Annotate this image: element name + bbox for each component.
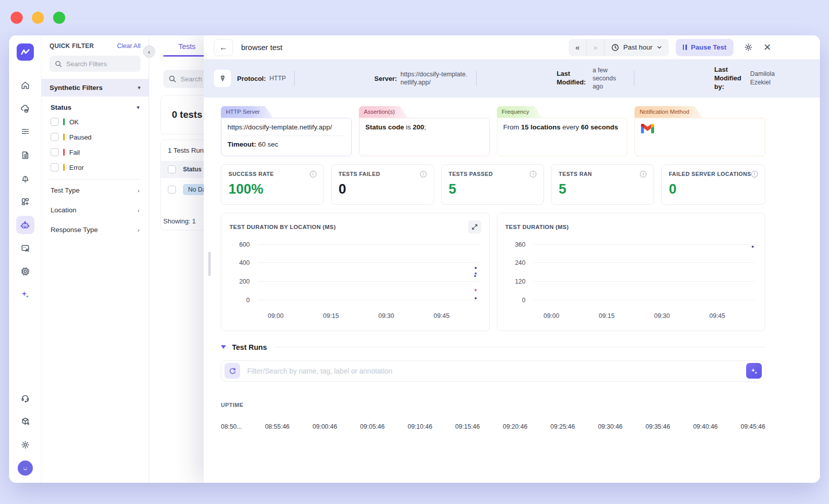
assertions-card: Assertion(s) Status code is 200; bbox=[359, 106, 490, 156]
processors-icon[interactable] bbox=[16, 262, 34, 281]
synthetic-monitoring-icon[interactable] bbox=[16, 216, 34, 234]
status-option-label: Paused bbox=[69, 133, 91, 141]
plot-area[interactable]: 0120240360 bbox=[534, 245, 755, 300]
chevron-right-icon: › bbox=[137, 188, 140, 194]
test-detail-panel: ← browser test « » Past hour Paus bbox=[204, 35, 820, 483]
server-value: https://docsify-template.netlify.app/ bbox=[400, 70, 468, 87]
settings-gear-icon[interactable] bbox=[744, 42, 753, 52]
server-group: Server: https://docsify-template.netlify… bbox=[375, 70, 477, 87]
checkbox[interactable] bbox=[51, 118, 59, 126]
y-axis-tick: 200 bbox=[239, 278, 250, 285]
data-point[interactable] bbox=[474, 275, 476, 277]
clear-all-link[interactable]: Clear All bbox=[117, 42, 141, 50]
last-modified-value: a few seconds ago bbox=[592, 66, 626, 91]
last-modified-by-group: Last Modified by: Damilola Ezekiel bbox=[714, 66, 777, 91]
info-icon[interactable]: i bbox=[420, 171, 427, 177]
runs-filter-input[interactable] bbox=[247, 367, 746, 375]
uptime-timestamp: 09:10:46 bbox=[407, 423, 432, 430]
profile-avatar[interactable] bbox=[18, 461, 33, 476]
y-axis-tick: 240 bbox=[515, 259, 526, 266]
test-type-group[interactable]: Test Type › bbox=[50, 180, 141, 200]
chevron-down-icon: ▾ bbox=[136, 104, 140, 111]
test-runs-section-header[interactable]: Test Runs bbox=[221, 343, 765, 351]
previous-range-button[interactable]: « bbox=[569, 39, 586, 56]
back-button[interactable]: ← bbox=[214, 39, 233, 56]
refresh-sparkle-icon[interactable] bbox=[224, 363, 240, 379]
response-type-group[interactable]: Response Type › bbox=[50, 220, 141, 240]
status-option-ok[interactable]: OK bbox=[50, 114, 141, 129]
middleware-logo[interactable] bbox=[17, 43, 34, 61]
checkbox[interactable] bbox=[51, 133, 59, 141]
x-axis-tick: 09:45 bbox=[434, 312, 449, 319]
infrastructure-icon[interactable] bbox=[16, 100, 34, 118]
ai-sparkles-button[interactable] bbox=[746, 363, 762, 379]
runs-filter-bar[interactable] bbox=[221, 360, 765, 382]
reports-icon[interactable] bbox=[16, 146, 34, 164]
scrollbar-thumb[interactable] bbox=[208, 252, 211, 276]
logs-icon[interactable] bbox=[16, 123, 34, 141]
http-server-url: https://docsify-template.netlify.app/ bbox=[227, 123, 345, 131]
plot-area[interactable]: 0200400600 bbox=[258, 245, 479, 300]
home-icon[interactable] bbox=[16, 76, 34, 95]
x-axis-tick: 09:15 bbox=[323, 312, 339, 319]
select-all-checkbox[interactable] bbox=[168, 165, 176, 173]
status-option-error[interactable]: Error bbox=[50, 160, 141, 175]
info-icon[interactable]: i bbox=[530, 171, 536, 177]
time-range-dropdown[interactable]: Past hour bbox=[605, 39, 669, 56]
pause-test-label: Pause Test bbox=[691, 43, 726, 51]
http-server-card: HTTP Server https://docsify-template.net… bbox=[221, 106, 352, 156]
status-group-header[interactable]: Status ▾ bbox=[50, 97, 141, 114]
x-axis-tick: 09:30 bbox=[654, 312, 670, 319]
support-icon[interactable] bbox=[16, 389, 34, 407]
y-axis-tick: 600 bbox=[239, 241, 250, 248]
status-option-fail[interactable]: Fail bbox=[50, 145, 141, 160]
synthetic-filters-section[interactable]: Synthetic Filters ▾ bbox=[41, 79, 149, 97]
last-modified-group: Last Modified: a few seconds ago bbox=[557, 66, 634, 91]
uptime-timestamp: 09:40:46 bbox=[693, 423, 718, 430]
data-point[interactable] bbox=[752, 246, 754, 248]
checkbox[interactable] bbox=[51, 163, 59, 171]
window-close-light[interactable] bbox=[11, 12, 23, 24]
window-zoom-light[interactable] bbox=[53, 12, 65, 24]
stat-value: 0 bbox=[339, 181, 427, 197]
status-color-bar bbox=[63, 133, 65, 141]
data-point[interactable] bbox=[475, 297, 477, 299]
pause-test-button[interactable]: Pause Test bbox=[676, 39, 733, 56]
search-icon bbox=[55, 60, 62, 68]
protocol-value: HTTP bbox=[269, 74, 286, 82]
filter-search-box[interactable] bbox=[50, 56, 141, 72]
row-checkbox[interactable] bbox=[168, 186, 176, 194]
dashboards-icon[interactable] bbox=[16, 193, 34, 211]
uptime-timestamp: 09:45:46 bbox=[741, 423, 765, 430]
info-icon[interactable]: i bbox=[310, 171, 316, 177]
location-group[interactable]: Location › bbox=[50, 200, 141, 220]
window-minimize-light[interactable] bbox=[32, 12, 44, 24]
response-type-label: Response Type bbox=[51, 226, 98, 234]
data-point[interactable] bbox=[475, 289, 477, 291]
checkbox[interactable] bbox=[51, 148, 59, 156]
test-title: browser test bbox=[241, 43, 283, 52]
filter-search-input[interactable] bbox=[66, 60, 132, 68]
next-range-button[interactable]: » bbox=[587, 39, 604, 56]
detail-header: ← browser test « » Past hour Paus bbox=[204, 35, 820, 60]
stat-value: 5 bbox=[449, 181, 537, 197]
settings-icon[interactable] bbox=[16, 436, 34, 454]
rum-sessions-icon[interactable] bbox=[16, 239, 34, 257]
uptime-timestamp: 08:50... bbox=[221, 423, 242, 430]
data-point[interactable] bbox=[475, 267, 477, 269]
integrations-icon[interactable] bbox=[16, 413, 34, 431]
divider bbox=[476, 71, 477, 86]
info-icon[interactable]: i bbox=[751, 171, 758, 177]
uptime-timestamp: 09:25:46 bbox=[550, 423, 575, 430]
status-option-paused[interactable]: Paused bbox=[50, 129, 141, 145]
status-color-bar bbox=[63, 149, 65, 156]
data-point[interactable] bbox=[475, 272, 477, 274]
expand-chart-button[interactable] bbox=[468, 220, 481, 234]
close-panel-icon[interactable]: ✕ bbox=[763, 42, 771, 52]
collapse-panel-button[interactable]: ‹ bbox=[143, 45, 155, 58]
ai-assistant-icon[interactable] bbox=[16, 286, 34, 304]
alerts-icon[interactable] bbox=[16, 169, 34, 188]
chart-title: TEST DURATION BY LOCATION (MS) bbox=[229, 224, 336, 230]
info-icon[interactable]: i bbox=[640, 171, 647, 177]
tab-tests[interactable]: Tests bbox=[178, 42, 196, 51]
